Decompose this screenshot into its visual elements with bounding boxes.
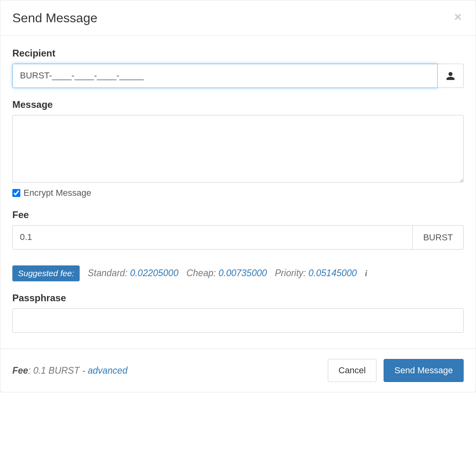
cancel-button[interactable]: Cancel (328, 359, 376, 382)
message-group: Message Encrypt Message (12, 99, 464, 198)
modal-body: Recipient Message Encrypt Message Fee BU… (0, 36, 476, 348)
fee-input-group: BURST (12, 225, 464, 250)
info-icon[interactable]: i (365, 268, 367, 279)
footer-fee-label: Fee (12, 365, 28, 376)
message-label: Message (12, 99, 464, 110)
advanced-link[interactable]: advanced (88, 365, 127, 376)
fee-label: Fee (12, 209, 464, 220)
fee-group: Fee BURST (12, 209, 464, 250)
fee-unit: BURST (413, 225, 464, 250)
send-message-button[interactable]: Send Message (384, 359, 464, 382)
passphrase-input[interactable] (12, 308, 464, 333)
fee-cheap: Cheap: 0.00735000 (186, 268, 267, 279)
modal-footer: Fee: 0.1 BURST - advanced Cancel Send Me… (0, 349, 476, 392)
fee-standard: Standard: 0.02205000 (88, 268, 178, 279)
recipient-label: Recipient (12, 48, 464, 59)
encrypt-label: Encrypt Message (24, 188, 91, 198)
fee-priority-label: Priority: (275, 268, 308, 278)
fee-input[interactable] (12, 225, 413, 250)
recipient-input-group (12, 64, 464, 88)
recipient-picker-button[interactable] (438, 64, 464, 88)
encrypt-checkbox[interactable] (12, 189, 20, 197)
message-input[interactable] (12, 115, 464, 183)
fee-standard-label: Standard: (88, 268, 130, 278)
passphrase-label: Passphrase (12, 292, 464, 304)
user-icon (446, 71, 455, 81)
footer-fee-text: : 0.1 BURST - (28, 365, 88, 376)
fee-priority: Priority: 0.05145000 (275, 268, 357, 279)
modal-header: Send Message × (0, 0, 476, 36)
footer-fee-summary: Fee: 0.1 BURST - advanced (12, 365, 127, 376)
fee-cheap-value[interactable]: 0.00735000 (219, 268, 267, 278)
suggested-fee-badge: Suggested fee: (12, 265, 80, 281)
suggested-fee-row: Suggested fee: Standard: 0.02205000 Chea… (12, 265, 464, 281)
fee-priority-value[interactable]: 0.05145000 (308, 268, 357, 278)
encrypt-checkbox-wrap: Encrypt Message (12, 188, 464, 198)
send-message-modal: Send Message × Recipient Message Encrypt… (0, 0, 476, 392)
recipient-input[interactable] (12, 64, 438, 88)
recipient-group: Recipient (12, 48, 464, 88)
fee-cheap-label: Cheap: (186, 268, 219, 278)
fee-standard-value[interactable]: 0.02205000 (130, 268, 178, 278)
passphrase-group: Passphrase (12, 292, 464, 333)
modal-title: Send Message (12, 10, 97, 25)
close-icon[interactable]: × (452, 10, 464, 23)
footer-buttons: Cancel Send Message (328, 359, 464, 382)
